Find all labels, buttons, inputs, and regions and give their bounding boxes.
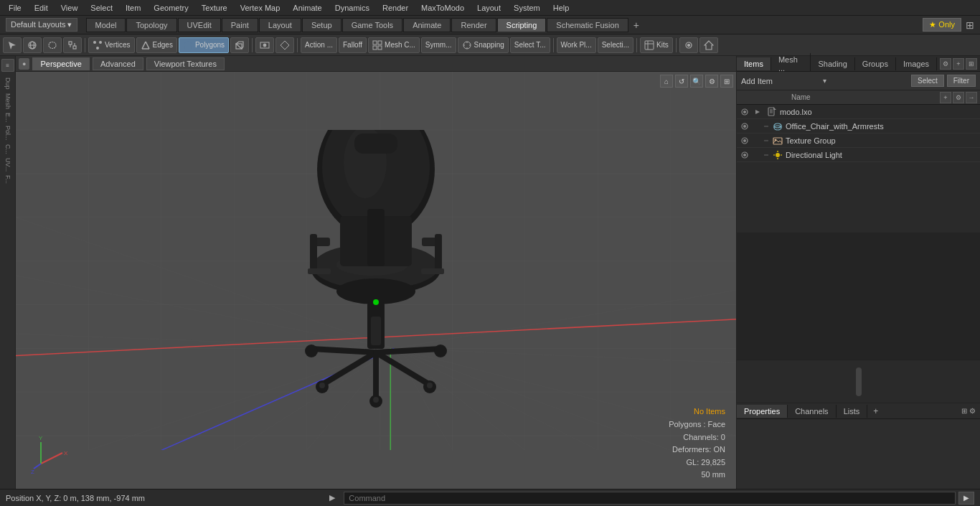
select-t-button[interactable]: Select T...: [510, 37, 550, 53]
tool-sym-y[interactable]: [275, 37, 294, 53]
vp-home-btn[interactable]: ⌂: [660, 75, 673, 88]
items-select-button[interactable]: Select: [911, 75, 944, 87]
panel-tab-groups[interactable]: Groups: [855, 57, 896, 70]
panel-settings-btn[interactable]: ⚙: [940, 58, 951, 70]
tool-sym-x[interactable]: [255, 37, 274, 53]
tab-scripting[interactable]: Scripting: [497, 18, 547, 32]
vp-rotate-btn[interactable]: ↺: [675, 75, 688, 88]
panel-tab-shading[interactable]: Shading: [811, 57, 854, 70]
tool-vertices[interactable]: Vertices: [88, 37, 135, 53]
tree-item-office-chair[interactable]: Office_Chair_with_Armrests: [737, 119, 980, 133]
panel-expand-btn[interactable]: ⊞: [966, 58, 977, 70]
work-pl-button[interactable]: Work Pl...: [557, 37, 596, 53]
items-scrollbar[interactable]: [856, 367, 862, 396]
tab-game-tools[interactable]: Game Tools: [342, 18, 403, 32]
sidebar-toggle[interactable]: ≡: [1, 59, 14, 72]
menu-geometry[interactable]: Geometry: [148, 2, 194, 14]
panel-add-btn[interactable]: +: [953, 58, 964, 70]
panel-tab-items[interactable]: Items: [737, 57, 771, 70]
prop-tab-channels[interactable]: Channels: [788, 405, 836, 418]
vp-expand-btn[interactable]: ⊞: [720, 75, 733, 88]
tab-paint[interactable]: Paint: [222, 18, 258, 32]
panel-tab-images[interactable]: Images: [896, 57, 937, 70]
star-only-button[interactable]: ★ Only: [923, 18, 961, 32]
tab-topology[interactable]: Topology: [126, 18, 176, 32]
items-filter-button[interactable]: Filter: [947, 75, 976, 87]
add-item-dropdown[interactable]: ▾: [821, 77, 828, 85]
menu-animate[interactable]: Animate: [287, 2, 327, 14]
tool-edges[interactable]: Edges: [136, 37, 177, 53]
tree-item-modo-lxo[interactable]: modo.lxo: [737, 105, 980, 119]
tab-uvedit[interactable]: UVEdit: [178, 18, 221, 32]
menu-layout[interactable]: Layout: [471, 2, 507, 14]
tool-volume[interactable]: [230, 37, 249, 53]
menu-select[interactable]: Select: [85, 2, 118, 14]
selecti-button[interactable]: Selecti...: [598, 37, 633, 53]
menu-bar: File Edit View Select Item Geometry Text…: [0, 0, 980, 16]
layout-maximize[interactable]: ⊞: [966, 19, 974, 31]
menu-edit[interactable]: Edit: [29, 2, 54, 14]
tool-transform[interactable]: [63, 37, 82, 53]
prop-plus-btn[interactable]: +: [867, 404, 884, 418]
prop-tab-properties[interactable]: Properties: [737, 405, 788, 418]
snapping-button[interactable]: Snapping: [458, 37, 509, 53]
status-bar: Position X, Y, Z: 0 m, 138 mm, -974 mm ▶…: [0, 489, 980, 506]
visibility-icon-modo[interactable]: [740, 107, 750, 117]
prop-tab-lists[interactable]: Lists: [837, 405, 868, 418]
tree-item-directional-light[interactable]: Directional Light: [737, 148, 980, 162]
panel-tab-mesh[interactable]: Mesh ...: [771, 53, 811, 75]
vp-zoom-btn[interactable]: 🔍: [690, 75, 703, 88]
no-items-label: No Items: [669, 406, 725, 418]
viewport-home-btn[interactable]: [699, 37, 718, 53]
viewport-camera-btn[interactable]: [679, 37, 698, 53]
tree-item-texture-group[interactable]: Texture Group: [737, 133, 980, 148]
command-expand-btn[interactable]: ▶: [326, 493, 338, 502]
expand-icon-modo[interactable]: [753, 107, 763, 117]
default-layouts-dropdown[interactable]: Default Layouts ▾: [6, 18, 77, 32]
menu-render[interactable]: Render: [377, 2, 414, 14]
menu-dynamics[interactable]: Dynamics: [329, 2, 375, 14]
svg-marker-33: [705, 41, 713, 50]
vp-tab-dot[interactable]: ●: [19, 58, 29, 70]
command-input[interactable]: [344, 492, 956, 505]
falloff-button[interactable]: Falloff: [339, 37, 367, 53]
tab-schematic-fusion[interactable]: Schematic Fusion: [547, 18, 628, 32]
vp-tab-advanced[interactable]: Advanced: [93, 57, 143, 70]
menu-maxtomode[interactable]: MaxToModo: [415, 2, 470, 14]
tab-layout[interactable]: Layout: [259, 18, 301, 32]
vp-tab-viewport-textures[interactable]: Viewport Textures: [146, 57, 225, 70]
menu-view[interactable]: View: [55, 2, 84, 14]
tab-render[interactable]: Render: [451, 18, 496, 32]
svg-line-88: [311, 349, 376, 352]
command-run-btn[interactable]: ▶: [958, 492, 974, 505]
tool-globe[interactable]: [23, 37, 42, 53]
visibility-icon-light[interactable]: [740, 150, 750, 160]
visibility-icon-texture[interactable]: [740, 136, 750, 146]
tool-polygons[interactable]: Polygons: [179, 37, 229, 53]
vp-settings-btn[interactable]: ⚙: [705, 75, 718, 88]
tab-setup[interactable]: Setup: [302, 18, 341, 32]
menu-item[interactable]: Item: [120, 2, 146, 14]
tab-model[interactable]: Model: [86, 18, 126, 32]
action-button[interactable]: Action ...: [301, 37, 337, 53]
vp-tab-perspective[interactable]: Perspective: [32, 57, 89, 70]
menu-vertex-map[interactable]: Vertex Map: [235, 2, 286, 14]
viewport[interactable]: X Y Z ⌂ ↺ 🔍 ⚙ ⊞ No Items Polygons : Face…: [16, 72, 736, 489]
toolbar-sep-4: [553, 38, 554, 52]
menu-help[interactable]: Help: [547, 2, 575, 14]
kits-button[interactable]: Kits: [640, 37, 673, 53]
prop-expand-btn[interactable]: ⊞ ⚙: [957, 405, 980, 417]
menu-file[interactable]: File: [3, 2, 27, 14]
tab-animate[interactable]: Animate: [403, 18, 451, 32]
tool-select-arrow[interactable]: [3, 37, 22, 53]
layout-add-tab[interactable]: +: [629, 18, 644, 32]
menu-texture[interactable]: Texture: [196, 2, 233, 14]
items-settings-btn[interactable]: ⚙: [953, 92, 964, 103]
visibility-icon-chair[interactable]: [740, 121, 750, 131]
mesh-c-button[interactable]: Mesh C...: [368, 37, 420, 53]
menu-system[interactable]: System: [508, 2, 546, 14]
items-plus-btn[interactable]: +: [940, 92, 951, 103]
symm-button[interactable]: Symm...: [421, 37, 456, 53]
items-arrow-btn[interactable]: →: [966, 92, 977, 103]
tool-lasso[interactable]: [43, 37, 62, 53]
